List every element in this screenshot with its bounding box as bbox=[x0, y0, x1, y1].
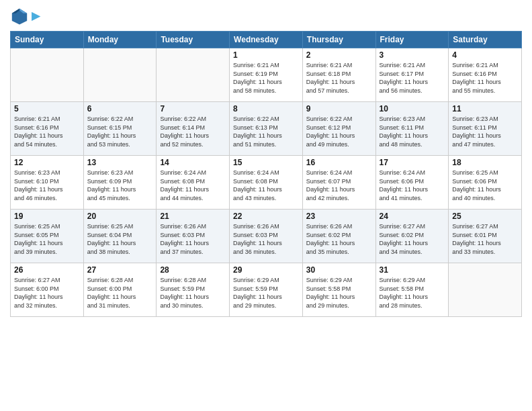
day-number: 15 bbox=[233, 158, 299, 167]
day-number: 31 bbox=[380, 265, 445, 275]
day-number: 8 bbox=[233, 104, 299, 113]
day-number: 14 bbox=[160, 158, 226, 167]
day-number: 27 bbox=[87, 265, 153, 275]
day-number: 1 bbox=[233, 50, 299, 60]
day-cell: 14Sunrise: 6:24 AM Sunset: 6:08 PM Dayli… bbox=[157, 156, 230, 210]
day-info: Sunrise: 6:22 AM Sunset: 6:14 PM Dayligh… bbox=[160, 115, 226, 148]
day-info: Sunrise: 6:29 AM Sunset: 5:58 PM Dayligh… bbox=[380, 276, 445, 310]
day-number: 17 bbox=[380, 158, 445, 167]
day-info: Sunrise: 6:21 AM Sunset: 6:16 PM Dayligh… bbox=[14, 115, 80, 148]
day-info: Sunrise: 6:21 AM Sunset: 6:19 PM Dayligh… bbox=[233, 61, 299, 95]
week-row-4: 19Sunrise: 6:25 AM Sunset: 6:05 PM Dayli… bbox=[11, 210, 522, 263]
day-number: 6 bbox=[87, 104, 153, 113]
day-cell: 15Sunrise: 6:24 AM Sunset: 6:08 PM Dayli… bbox=[230, 156, 303, 210]
day-info: Sunrise: 6:21 AM Sunset: 6:18 PM Dayligh… bbox=[306, 61, 372, 95]
weekday-sunday: Sunday bbox=[11, 32, 84, 48]
day-number: 5 bbox=[14, 104, 80, 113]
day-info: Sunrise: 6:21 AM Sunset: 6:17 PM Dayligh… bbox=[380, 61, 445, 95]
day-cell: 28Sunrise: 6:28 AM Sunset: 5:59 PM Dayli… bbox=[157, 263, 230, 317]
day-cell: 9Sunrise: 6:22 AM Sunset: 6:12 PM Daylig… bbox=[302, 102, 375, 156]
day-number: 22 bbox=[233, 212, 299, 221]
svg-marker-0 bbox=[12, 9, 27, 25]
day-info: Sunrise: 6:27 AM Sunset: 6:01 PM Dayligh… bbox=[452, 222, 518, 256]
day-number: 4 bbox=[452, 50, 518, 60]
weekday-monday: Monday bbox=[83, 32, 157, 48]
day-number: 11 bbox=[452, 104, 518, 113]
day-number: 28 bbox=[160, 265, 226, 275]
day-cell: 19Sunrise: 6:25 AM Sunset: 6:05 PM Dayli… bbox=[11, 210, 84, 263]
day-number: 20 bbox=[87, 212, 153, 221]
logo: ▶ bbox=[10, 7, 40, 26]
day-number: 2 bbox=[306, 50, 372, 60]
day-number: 10 bbox=[380, 104, 445, 113]
day-number: 26 bbox=[14, 265, 80, 275]
day-cell bbox=[11, 48, 84, 102]
day-info: Sunrise: 6:23 AM Sunset: 6:11 PM Dayligh… bbox=[380, 115, 445, 148]
day-info: Sunrise: 6:26 AM Sunset: 6:02 PM Dayligh… bbox=[306, 222, 372, 256]
day-cell bbox=[449, 263, 522, 317]
weekday-wednesday: Wednesday bbox=[230, 32, 303, 48]
day-cell: 20Sunrise: 6:25 AM Sunset: 6:04 PM Dayli… bbox=[83, 210, 157, 263]
day-cell bbox=[83, 48, 157, 102]
day-number: 12 bbox=[14, 158, 80, 167]
day-info: Sunrise: 6:24 AM Sunset: 6:08 PM Dayligh… bbox=[160, 169, 226, 202]
day-info: Sunrise: 6:23 AM Sunset: 6:11 PM Dayligh… bbox=[452, 115, 518, 148]
day-info: Sunrise: 6:25 AM Sunset: 6:05 PM Dayligh… bbox=[14, 222, 80, 256]
day-number: 16 bbox=[306, 158, 372, 167]
day-cell: 7Sunrise: 6:22 AM Sunset: 6:14 PM Daylig… bbox=[157, 102, 230, 156]
day-info: Sunrise: 6:28 AM Sunset: 5:59 PM Dayligh… bbox=[160, 276, 226, 310]
weekday-thursday: Thursday bbox=[302, 32, 375, 48]
week-row-2: 5Sunrise: 6:21 AM Sunset: 6:16 PM Daylig… bbox=[11, 102, 522, 156]
day-cell: 16Sunrise: 6:24 AM Sunset: 6:07 PM Dayli… bbox=[302, 156, 375, 210]
day-info: Sunrise: 6:22 AM Sunset: 6:12 PM Dayligh… bbox=[306, 115, 372, 148]
day-info: Sunrise: 6:24 AM Sunset: 6:08 PM Dayligh… bbox=[233, 169, 299, 202]
day-info: Sunrise: 6:29 AM Sunset: 5:58 PM Dayligh… bbox=[306, 276, 372, 310]
logo-icon bbox=[10, 7, 29, 26]
day-info: Sunrise: 6:24 AM Sunset: 6:07 PM Dayligh… bbox=[306, 169, 372, 202]
day-info: Sunrise: 6:29 AM Sunset: 5:59 PM Dayligh… bbox=[233, 276, 299, 310]
day-cell: 27Sunrise: 6:28 AM Sunset: 6:00 PM Dayli… bbox=[83, 263, 157, 317]
day-number: 9 bbox=[306, 104, 372, 113]
day-cell: 21Sunrise: 6:26 AM Sunset: 6:03 PM Dayli… bbox=[157, 210, 230, 263]
day-number: 23 bbox=[306, 212, 372, 221]
day-info: Sunrise: 6:26 AM Sunset: 6:03 PM Dayligh… bbox=[160, 222, 226, 256]
day-cell: 29Sunrise: 6:29 AM Sunset: 5:59 PM Dayli… bbox=[230, 263, 303, 317]
weekday-header-row: SundayMondayTuesdayWednesdayThursdayFrid… bbox=[11, 32, 522, 48]
logo-text: ▶ bbox=[32, 9, 40, 22]
day-cell: 31Sunrise: 6:29 AM Sunset: 5:58 PM Dayli… bbox=[375, 263, 449, 317]
day-cell bbox=[157, 48, 230, 102]
day-cell: 25Sunrise: 6:27 AM Sunset: 6:01 PM Dayli… bbox=[449, 210, 522, 263]
week-row-1: 1Sunrise: 6:21 AM Sunset: 6:19 PM Daylig… bbox=[11, 48, 522, 102]
day-cell: 30Sunrise: 6:29 AM Sunset: 5:58 PM Dayli… bbox=[302, 263, 375, 317]
header: ▶ bbox=[10, 7, 522, 26]
weekday-saturday: Saturday bbox=[449, 32, 522, 48]
week-row-3: 12Sunrise: 6:23 AM Sunset: 6:10 PM Dayli… bbox=[11, 156, 522, 210]
page: ▶ SundayMondayTuesdayWednesdayThursdayFr… bbox=[0, 0, 532, 411]
day-info: Sunrise: 6:21 AM Sunset: 6:16 PM Dayligh… bbox=[452, 61, 518, 95]
day-info: Sunrise: 6:25 AM Sunset: 6:06 PM Dayligh… bbox=[452, 169, 518, 202]
day-cell: 4Sunrise: 6:21 AM Sunset: 6:16 PM Daylig… bbox=[449, 48, 522, 102]
day-info: Sunrise: 6:24 AM Sunset: 6:06 PM Dayligh… bbox=[380, 169, 445, 202]
day-cell: 6Sunrise: 6:22 AM Sunset: 6:15 PM Daylig… bbox=[83, 102, 157, 156]
day-cell: 23Sunrise: 6:26 AM Sunset: 6:02 PM Dayli… bbox=[302, 210, 375, 263]
day-cell: 5Sunrise: 6:21 AM Sunset: 6:16 PM Daylig… bbox=[11, 102, 84, 156]
day-info: Sunrise: 6:26 AM Sunset: 6:03 PM Dayligh… bbox=[233, 222, 299, 256]
day-info: Sunrise: 6:27 AM Sunset: 6:00 PM Dayligh… bbox=[14, 276, 80, 310]
day-number: 30 bbox=[306, 265, 372, 275]
day-number: 29 bbox=[233, 265, 299, 275]
day-cell: 8Sunrise: 6:22 AM Sunset: 6:13 PM Daylig… bbox=[230, 102, 303, 156]
day-info: Sunrise: 6:23 AM Sunset: 6:09 PM Dayligh… bbox=[87, 169, 153, 202]
day-cell: 26Sunrise: 6:27 AM Sunset: 6:00 PM Dayli… bbox=[11, 263, 84, 317]
day-number: 18 bbox=[452, 158, 518, 167]
day-info: Sunrise: 6:22 AM Sunset: 6:13 PM Dayligh… bbox=[233, 115, 299, 148]
day-number: 13 bbox=[87, 158, 153, 167]
day-info: Sunrise: 6:23 AM Sunset: 6:10 PM Dayligh… bbox=[14, 169, 80, 202]
day-number: 25 bbox=[452, 212, 518, 221]
weekday-tuesday: Tuesday bbox=[157, 32, 230, 48]
day-info: Sunrise: 6:28 AM Sunset: 6:00 PM Dayligh… bbox=[87, 276, 153, 310]
day-cell: 18Sunrise: 6:25 AM Sunset: 6:06 PM Dayli… bbox=[449, 156, 522, 210]
day-cell: 22Sunrise: 6:26 AM Sunset: 6:03 PM Dayli… bbox=[230, 210, 303, 263]
day-cell: 1Sunrise: 6:21 AM Sunset: 6:19 PM Daylig… bbox=[230, 48, 303, 102]
day-info: Sunrise: 6:27 AM Sunset: 6:02 PM Dayligh… bbox=[380, 222, 445, 256]
day-cell: 24Sunrise: 6:27 AM Sunset: 6:02 PM Dayli… bbox=[375, 210, 449, 263]
